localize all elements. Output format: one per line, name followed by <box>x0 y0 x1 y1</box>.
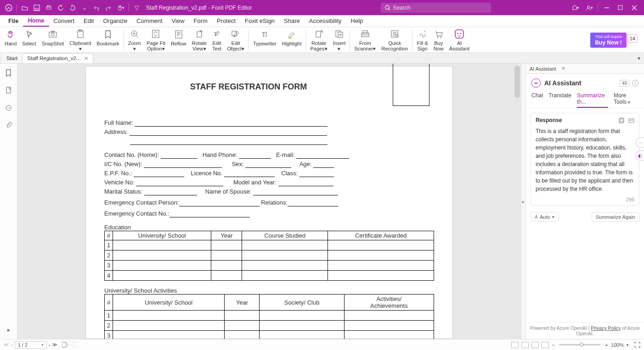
account-icon[interactable]: ▾ <box>582 1 596 14</box>
maximize-button[interactable] <box>614 1 627 14</box>
ribbon-quickrec-button[interactable]: Quick Recognition <box>378 28 411 52</box>
customize-qat-icon[interactable]: ▽ <box>131 3 141 13</box>
hand-qat-icon[interactable]: ▾ <box>115 3 125 13</box>
first-page-button[interactable]: ≪ <box>4 342 9 348</box>
ai-panel-close-icon[interactable]: ✕ <box>561 66 565 72</box>
view-continuous-icon[interactable] <box>521 342 529 348</box>
vertical-scrollbar[interactable] <box>514 66 520 98</box>
fullscreen-icon[interactable] <box>634 342 640 348</box>
page-number-input[interactable]: 1 / 2▾ <box>15 341 47 349</box>
next-page-button[interactable]: › <box>49 342 51 348</box>
zoom-value[interactable]: 100% <box>611 342 624 348</box>
redo-icon[interactable] <box>68 3 78 13</box>
zoom-slider[interactable] <box>559 344 600 345</box>
menu-protect[interactable]: Protect <box>212 16 240 26</box>
info-icon[interactable]: i <box>632 80 638 86</box>
export-response-icon[interactable] <box>628 117 634 123</box>
label-model-year: Model and Year: <box>233 179 277 186</box>
ai-tab-chat[interactable]: Chat <box>531 90 543 108</box>
redo2-icon[interactable] <box>103 3 113 13</box>
section-activities: University/ School Activities <box>104 287 434 294</box>
app-logo-icon[interactable] <box>4 3 14 13</box>
menu-file[interactable]: File <box>4 16 23 26</box>
undo-icon[interactable] <box>56 3 66 13</box>
ribbon-clipboard-button[interactable]: Clipboard ▾ <box>67 28 94 52</box>
ribbon-rotateview-button[interactable]: Rotate View▾ <box>189 28 209 52</box>
open-icon[interactable] <box>20 3 30 13</box>
comments-panel-icon[interactable] <box>4 103 13 112</box>
ribbon-edittext-button[interactable]: TEdit Text <box>209 28 224 52</box>
view-facing-icon[interactable] <box>531 342 539 348</box>
menu-accessibility[interactable]: Accessibility <box>305 16 346 26</box>
ribbon-zoom-button[interactable]: Zoom ▾ <box>125 28 144 52</box>
save-icon[interactable] <box>32 3 42 13</box>
ribbon-snapshot-button[interactable]: SnapShot <box>39 28 67 52</box>
view-single-icon[interactable] <box>511 342 519 348</box>
panel-collapse-handle[interactable]: ▸ <box>521 64 525 339</box>
svg-text:T: T <box>262 31 266 38</box>
print-icon[interactable] <box>44 3 54 13</box>
ribbon-rotatepages-button[interactable]: Rotate Pages▾ <box>308 28 330 52</box>
attachments-panel-icon[interactable] <box>4 121 13 130</box>
side-ai-icon[interactable]: ◐ <box>636 150 644 161</box>
document-tab[interactable]: Start <box>2 53 23 63</box>
zoom-in-button[interactable]: + <box>605 342 608 348</box>
close-tab-icon[interactable]: ✕ <box>84 56 88 61</box>
privacy-policy-link[interactable]: Privacy Policy <box>591 325 621 331</box>
menu-home[interactable]: Home <box>23 15 49 27</box>
view-continuous-facing-icon[interactable] <box>542 342 549 348</box>
menu-edit[interactable]: Edit <box>79 16 98 26</box>
ai-tab-summarize[interactable]: Summarize th... <box>577 90 608 108</box>
ribbon-reflow-button[interactable]: Reflow <box>168 28 189 52</box>
ribbon-select-button[interactable]: ISelect <box>19 28 39 52</box>
page-forward-icon[interactable] <box>70 342 77 348</box>
search-input[interactable] <box>393 5 487 11</box>
ribbon-fromscanner-button[interactable]: From Scanner▾ <box>351 28 378 52</box>
menu-share[interactable]: Share <box>279 16 305 26</box>
ribbon-editobject-button[interactable]: Edit Object▾ <box>224 28 247 52</box>
document-viewport[interactable]: STAFF REGISTRATION FORM Full Name: Addre… <box>17 64 521 339</box>
more-qat-icon[interactable]: ⌄ <box>79 3 90 13</box>
ribbon-buynow-button[interactable]: Buy Now <box>431 28 446 52</box>
auto-language-button[interactable]: ⅄Auto▾ <box>531 212 559 222</box>
ribbon-fillsign-button[interactable]: Fill & Sign <box>414 28 430 52</box>
zoom-out-button[interactable]: − <box>552 342 554 348</box>
bookmark-panel-icon[interactable] <box>4 68 13 78</box>
ribbon-aiassist-button[interactable]: AI Assistant <box>446 28 473 52</box>
menu-help[interactable]: Help <box>346 16 368 26</box>
close-button[interactable] <box>627 1 641 14</box>
page-back-icon[interactable] <box>62 342 68 348</box>
ai-tab-translate[interactable]: Translate <box>548 90 571 108</box>
undo2-icon[interactable] <box>91 3 102 13</box>
pages-panel-icon[interactable] <box>4 86 13 95</box>
menu-form[interactable]: Form <box>189 16 212 26</box>
ai-tab-more[interactable]: More Tools ▾ <box>614 90 638 108</box>
menu-convert[interactable]: Convert <box>49 16 79 26</box>
menu-organize[interactable]: Organize <box>98 16 132 26</box>
side-chat-icon[interactable]: ⋯ <box>636 138 644 148</box>
ribbon-hand-button[interactable]: Hand <box>2 28 19 52</box>
copy-response-icon[interactable] <box>619 117 625 123</box>
ribbon-insert-button[interactable]: Insert ▾ <box>330 28 349 52</box>
menu-comment[interactable]: Comment <box>132 16 167 26</box>
summarize-again-button[interactable]: Summarize Again <box>592 212 639 222</box>
response-label: Response <box>536 117 562 123</box>
ribbon-bookmark-button[interactable]: Bookmark <box>94 28 122 52</box>
tab-list-dropdown[interactable]: ▾ <box>634 55 644 61</box>
ai-panel-tab-label[interactable]: AI Assistant <box>530 66 556 72</box>
notification-icon[interactable]: ▾ <box>568 1 582 14</box>
menu-view[interactable]: View <box>167 16 189 26</box>
select-icon: I <box>25 29 34 40</box>
search-box[interactable] <box>381 3 491 13</box>
fromscanner-icon <box>361 29 370 39</box>
ribbon-highlight-button[interactable]: Highlight <box>279 28 305 52</box>
prev-page-button[interactable]: ‹ <box>11 342 13 348</box>
ribbon-typewriter-button[interactable]: TTypewriter <box>250 28 279 52</box>
document-tab[interactable]: Staff Registration_v2...✕ <box>23 53 93 63</box>
last-page-button[interactable]: ≫ <box>52 342 57 348</box>
expand-nav-icon[interactable]: ▸ <box>4 325 13 334</box>
minimize-button[interactable] <box>600 1 614 14</box>
buy-now-badge[interactable]: Trial will expire Buy Now ! <box>590 33 627 48</box>
ribbon-pagefit-button[interactable]: Page Fit Option▾ <box>144 28 168 52</box>
menu-foxit-esign[interactable]: Foxit eSign <box>240 16 279 26</box>
